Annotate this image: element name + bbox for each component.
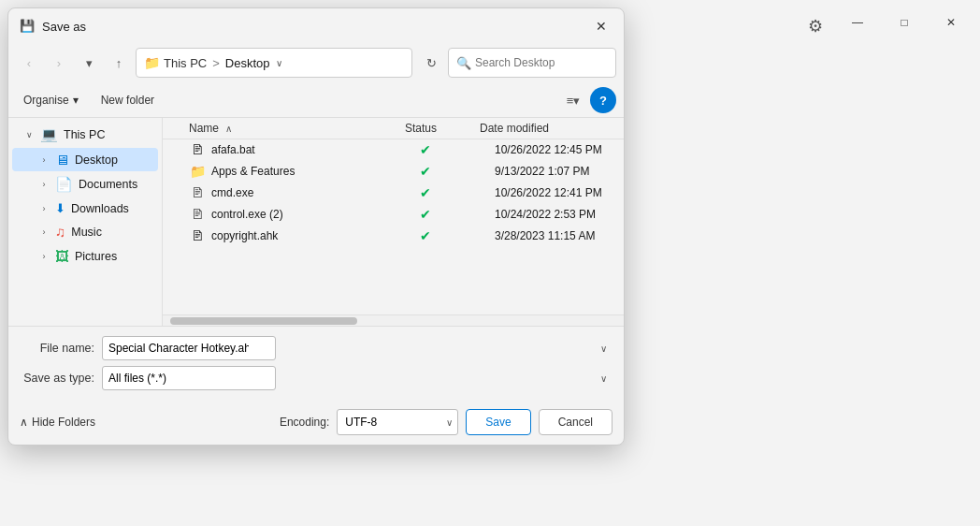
search-icon: 🔍 [456,56,471,70]
file-name-cell: 📁 Apps & Features [181,164,420,179]
savetype-input[interactable] [102,366,276,390]
column-date[interactable]: Date modified [480,122,601,135]
dropdown-button[interactable]: ▾ [76,50,102,76]
help-button[interactable]: ? [590,87,616,113]
file-date-cell: 10/24/2022 2:53 PM [495,208,616,221]
sidebar-item-desktop[interactable]: › 🖥 Desktop [12,148,158,171]
music-label: Music [71,226,102,239]
hide-folders-button[interactable]: ∧ Hide Folders [20,416,95,429]
music-icon: ♫ [55,224,65,240]
filename-label: File name: [20,342,94,355]
thispc-icon: 💻 [40,126,58,143]
pictures-expand-icon: › [38,252,50,261]
address-crumb-thispc[interactable]: This PC [164,56,207,70]
desktop-icon: 🖥 [55,152,69,168]
downloads-label: Downloads [71,202,129,215]
save-button[interactable]: Save [466,409,530,435]
refresh-button[interactable]: ↻ [418,50,444,76]
sidebar-item-downloads[interactable]: › ⬇ Downloads [12,197,158,219]
status-check-icon: ✔ [420,164,431,179]
file-date-cell: 9/13/2022 1:07 PM [495,165,616,178]
toolbar: Organise ▾ New folder ≡ ▾ ? [8,83,624,117]
new-folder-button[interactable]: New folder [94,90,162,110]
file-row[interactable]: 📁 Apps & Features ✔ 9/13/2022 1:07 PM [163,161,624,183]
content-area: ∨ 💻 This PC › 🖥 Desktop › 📄 Documents › … [8,117,624,326]
sidebar-item-thispc[interactable]: ∨ 💻 This PC [12,123,158,147]
dialog-title-text: Save as [42,20,86,34]
sidebar-item-music[interactable]: › ♫ Music [12,220,158,243]
sidebar-item-pictures[interactable]: › 🖼 Pictures [12,244,158,268]
background-topbar: ⚙ — □ ✕ [617,0,980,45]
dialog-title-bar: 💾 Save as ✕ [8,8,624,42]
sort-indicator: ∧ [225,124,232,134]
back-button[interactable]: ‹ [16,50,42,76]
file-row[interactable]: 🖹 copyright.ahk ✔ 3/28/2023 11:15 AM [163,226,624,247]
view-chevron-icon: ▾ [573,94,580,108]
dialog-title-icon: 💾 [20,19,35,34]
filename-row: File name: ∨ [20,336,612,360]
address-crumb-desktop[interactable]: Desktop [225,56,270,70]
file-list: Name ∧ Status Date modified 🖹 afafa.bat [163,118,624,314]
file-icon: 🖹 [189,142,206,157]
settings-icon[interactable]: ⚙ [800,11,830,41]
minimize-button[interactable]: — [836,7,879,37]
dialog-close-button[interactable]: ✕ [586,13,616,39]
horizontal-scrollbar[interactable] [163,314,624,326]
file-row[interactable]: 🖹 control.exe (2) ✔ 10/24/2022 2:53 PM [163,204,624,226]
file-date-cell: 3/28/2023 11:15 AM [495,229,616,242]
column-name[interactable]: Name ∧ [181,122,405,135]
address-bar[interactable]: 📁 This PC > Desktop ∨ [136,48,412,78]
downloads-expand-icon: › [38,204,50,213]
filename-input-wrapper: ∨ [102,336,612,360]
file-name-cell: 🖹 copyright.ahk [181,228,420,243]
file-icon: 🖹 [189,207,206,222]
file-status-cell: ✔ [420,185,495,200]
encoding-select-wrapper: UTF-8 UTF-16 ANSI ∨ [337,409,458,435]
up-button[interactable]: ↑ [106,50,132,76]
address-separator: > [212,56,220,70]
file-status-cell: ✔ [420,228,495,243]
file-status-cell: ✔ [420,164,495,179]
cancel-button[interactable]: Cancel [539,409,612,435]
music-expand-icon: › [38,227,50,237]
organise-chevron-icon: ▾ [73,94,79,107]
file-icon: 🖹 [189,228,206,243]
file-row[interactable]: 🖹 cmd.exe ✔ 10/26/2022 12:41 PM [163,183,624,204]
file-row[interactable]: 🖹 afafa.bat ✔ 10/26/2022 12:45 PM [163,139,624,161]
view-icon: ≡ [567,94,574,108]
hide-folders-label: Hide Folders [32,416,95,429]
filename-chevron-icon: ∨ [600,343,607,354]
forward-button[interactable]: › [46,50,72,76]
close-window-button[interactable]: ✕ [930,7,973,37]
sidebar-item-documents[interactable]: › 📄 Documents [12,172,158,197]
folder-icon: 📁 [189,164,206,179]
file-list-header: Name ∧ Status Date modified [163,118,624,139]
file-status-cell: ✔ [420,207,495,222]
status-check-icon: ✔ [420,228,431,243]
file-date-cell: 10/26/2022 12:45 PM [495,143,616,156]
organise-button[interactable]: Organise ▾ [16,90,86,110]
encoding-select[interactable]: UTF-8 UTF-16 ANSI [337,409,458,435]
file-name: cmd.exe [211,186,253,199]
pictures-icon: 🖼 [55,248,69,264]
view-button[interactable]: ≡ ▾ [560,87,586,113]
file-name-cell: 🖹 cmd.exe [181,185,420,200]
file-date-cell: 10/26/2022 12:41 PM [495,186,616,199]
maximize-button[interactable]: □ [883,7,926,37]
thispc-expand-icon: ∨ [23,130,35,139]
downloads-icon: ⬇ [55,201,65,215]
search-box[interactable]: 🔍 [448,48,616,78]
encoding-label: Encoding: [280,416,329,429]
column-status[interactable]: Status [405,122,480,135]
address-chevron-icon[interactable]: ∨ [274,58,284,68]
status-check-icon: ✔ [420,207,431,222]
filename-input[interactable] [102,336,276,360]
thispc-label: This PC [64,128,105,141]
savetype-chevron-icon: ∨ [600,373,607,384]
file-name: copyright.ahk [211,229,278,242]
documents-expand-icon: › [38,180,50,189]
hscroll-thumb[interactable] [170,317,357,325]
organise-label: Organise [23,94,69,107]
search-input[interactable] [475,56,608,69]
sidebar: ∨ 💻 This PC › 🖥 Desktop › 📄 Documents › … [8,118,163,326]
